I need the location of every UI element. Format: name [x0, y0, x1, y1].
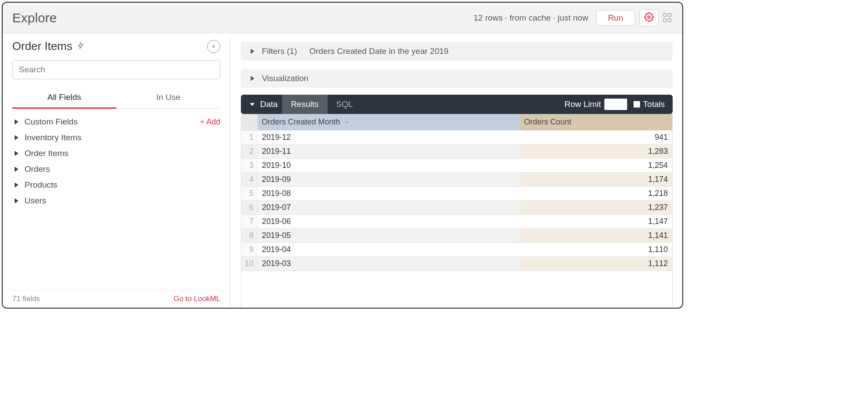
results-table: Orders Created Month Orders Count 12019-… — [241, 114, 672, 271]
data-label: Data — [260, 100, 278, 109]
table-row: 52019-081,218 — [241, 187, 672, 201]
svg-marker-8 — [251, 76, 254, 81]
field-group[interactable]: Users — [12, 193, 220, 209]
add-custom-field-link[interactable]: + Add — [200, 117, 220, 127]
dim-header-label: Orders Created Month — [262, 117, 340, 126]
caret-right-icon — [12, 151, 20, 156]
field-picker-sidebar: Order Items All Fields In Use Custom Fie… — [3, 33, 230, 308]
caret-right-icon — [12, 135, 20, 140]
row-number-header — [241, 114, 258, 131]
row-number: 3 — [241, 159, 258, 173]
main-pane: Filters (1) Orders Created Date in the y… — [230, 33, 682, 308]
svg-marker-1 — [15, 120, 18, 124]
svg-marker-2 — [15, 135, 18, 140]
run-button[interactable]: Run — [596, 10, 635, 26]
cell-dimension[interactable]: 2019-07 — [258, 201, 520, 215]
app-window: Explore 12 rows · from cache · just now … — [2, 2, 683, 309]
table-row: 42019-091,174 — [241, 173, 672, 187]
tab-all-fields[interactable]: All Fields — [12, 88, 116, 109]
caret-right-icon — [12, 119, 20, 124]
topbar: Explore 12 rows · from cache · just now … — [3, 3, 682, 33]
cell-measure[interactable]: 1,147 — [520, 215, 672, 229]
field-group-label: Products — [25, 180, 57, 190]
table-row: 82019-051,141 — [241, 229, 672, 243]
row-limit-input[interactable] — [604, 99, 627, 110]
search-input[interactable] — [12, 60, 220, 79]
cell-measure[interactable]: 1,237 — [520, 201, 672, 215]
row-number: 5 — [241, 187, 258, 201]
svg-marker-6 — [15, 199, 18, 203]
tab-sql[interactable]: SQL — [328, 95, 362, 114]
dashboard-grid-icon[interactable] — [663, 13, 673, 23]
sort-descending-icon — [342, 117, 349, 126]
totals-label: Totals — [643, 100, 665, 109]
cell-measure[interactable]: 1,283 — [520, 145, 672, 159]
tab-results[interactable]: Results — [282, 95, 327, 114]
cell-measure[interactable]: 1,218 — [520, 187, 672, 201]
svg-marker-7 — [251, 49, 254, 53]
svg-marker-5 — [15, 183, 18, 187]
filters-panel[interactable]: Filters (1) Orders Created Date in the y… — [241, 42, 673, 60]
cell-dimension[interactable]: 2019-11 — [258, 145, 520, 159]
svg-marker-9 — [250, 103, 254, 106]
field-group-label: Custom Fields — [25, 117, 78, 127]
data-bar: Data Results SQL Row Limit Totals — [241, 95, 673, 114]
gear-icon — [644, 12, 654, 23]
caret-down-icon[interactable] — [249, 102, 256, 107]
explore-name: Order Items — [12, 39, 72, 53]
cell-dimension[interactable]: 2019-12 — [258, 131, 520, 145]
row-number: 4 — [241, 173, 258, 187]
cell-measure[interactable]: 1,254 — [520, 159, 672, 173]
collapse-sidebar-button[interactable] — [207, 40, 220, 53]
field-group[interactable]: Inventory Items — [12, 130, 220, 146]
field-group[interactable]: Custom Fields+ Add — [12, 114, 220, 130]
cell-measure[interactable]: 1,112 — [520, 257, 672, 271]
visualization-label: Visualization — [262, 74, 308, 83]
field-group-label: Inventory Items — [25, 133, 81, 142]
field-group[interactable]: Order Items — [12, 146, 220, 161]
table-row: 32019-101,254 — [241, 159, 672, 173]
caret-right-icon — [12, 167, 20, 172]
table-row: 12019-12941 — [241, 131, 672, 145]
totals-checkbox[interactable] — [633, 101, 640, 108]
cell-dimension[interactable]: 2019-08 — [258, 187, 520, 201]
cell-dimension[interactable]: 2019-06 — [258, 215, 520, 229]
cell-dimension[interactable]: 2019-04 — [258, 243, 520, 257]
svg-marker-3 — [15, 151, 18, 156]
page-title: Explore — [12, 11, 57, 25]
row-number: 1 — [241, 131, 258, 145]
column-header-measure[interactable]: Orders Count — [520, 114, 672, 131]
cell-dimension[interactable]: 2019-03 — [258, 257, 520, 271]
cell-dimension[interactable]: 2019-09 — [258, 173, 520, 187]
cell-measure[interactable]: 1,141 — [520, 229, 672, 243]
go-to-lookml-link[interactable]: Go to LookML — [173, 295, 220, 303]
field-group-label: Users — [25, 196, 46, 206]
svg-marker-4 — [15, 167, 18, 171]
caret-right-icon — [249, 49, 256, 54]
tab-in-use[interactable]: In Use — [116, 88, 221, 108]
filters-summary: Orders Created Date in the year 2019 — [309, 46, 448, 56]
row-number: 9 — [241, 243, 258, 257]
table-row: 62019-071,237 — [241, 201, 672, 215]
field-group[interactable]: Products — [12, 177, 220, 193]
cell-measure[interactable]: 1,110 — [520, 243, 672, 257]
caret-right-icon — [249, 76, 256, 81]
column-header-dimension[interactable]: Orders Created Month — [258, 114, 520, 131]
visualization-panel[interactable]: Visualization — [241, 69, 673, 88]
row-number: 8 — [241, 229, 258, 243]
cell-dimension[interactable]: 2019-10 — [258, 159, 520, 173]
table-row: 92019-041,110 — [241, 243, 672, 257]
cell-measure[interactable]: 1,174 — [520, 173, 672, 187]
field-count: 71 fields — [12, 295, 40, 303]
cell-dimension[interactable]: 2019-05 — [258, 229, 520, 243]
cell-measure[interactable]: 941 — [520, 131, 672, 145]
table-row: 102019-031,112 — [241, 257, 672, 271]
field-group[interactable]: Orders — [12, 161, 220, 177]
filters-label: Filters (1) — [262, 46, 297, 56]
row-number: 2 — [241, 145, 258, 159]
table-row: 22019-111,283 — [241, 145, 672, 159]
caret-right-icon — [12, 182, 20, 188]
settings-button[interactable] — [639, 9, 659, 27]
row-number: 7 — [241, 215, 258, 229]
field-group-label: Order Items — [25, 149, 68, 158]
